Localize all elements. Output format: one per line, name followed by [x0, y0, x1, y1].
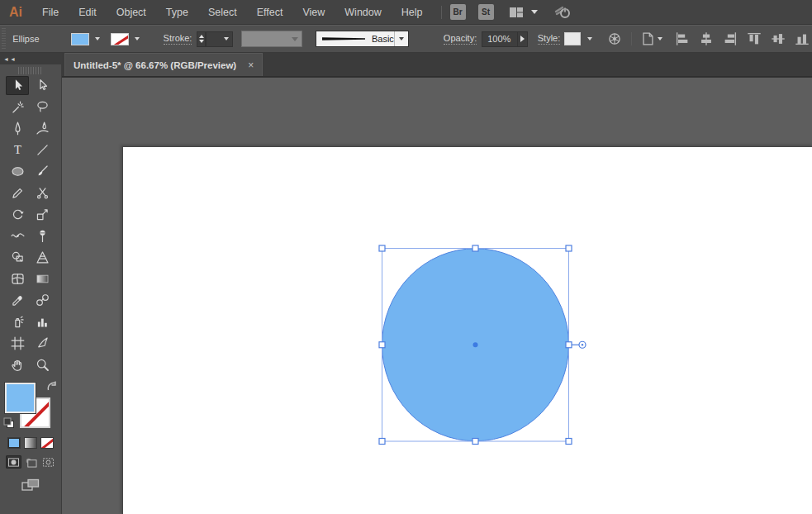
artboard[interactable] [122, 146, 812, 514]
draw-inside-button[interactable] [40, 455, 56, 469]
align-left-icon [674, 31, 691, 47]
document-setup-chevron-icon[interactable] [658, 37, 662, 40]
menu-item-type[interactable]: Type [156, 7, 198, 18]
line-segment-tool[interactable] [31, 140, 54, 159]
rotate-tool[interactable] [6, 205, 29, 224]
document-icon [639, 31, 656, 47]
stock-photos-button[interactable]: St [478, 4, 494, 20]
zoom-tool[interactable] [31, 355, 54, 374]
document-setup-button[interactable] [639, 31, 662, 47]
menu-item-file[interactable]: File [32, 7, 69, 18]
free-transform-tool[interactable] [31, 226, 54, 245]
symbol-sprayer-tool[interactable] [6, 312, 29, 331]
tools-grid: T [0, 76, 61, 374]
stroke-label[interactable]: Stroke: [164, 33, 192, 45]
tab-close-icon[interactable]: × [248, 59, 254, 71]
swap-fill-stroke-icon[interactable] [46, 381, 58, 393]
stroke-width-stepper[interactable] [197, 31, 205, 47]
menu-item-help[interactable]: Help [392, 7, 433, 18]
draw-normal-button[interactable] [6, 455, 21, 469]
document-tab[interactable]: Untitled-5* @ 66.67% (RGB/Preview) × [64, 53, 263, 76]
canvas[interactable] [62, 77, 812, 514]
gradient-mode-button[interactable] [24, 437, 37, 449]
opacity-expand-button[interactable] [518, 31, 527, 47]
menu-item-select[interactable]: Select [198, 7, 247, 18]
tools-panel-gripper[interactable] [18, 67, 43, 74]
draw-behind-button[interactable] [23, 455, 39, 469]
ellipse-tool[interactable] [6, 162, 29, 181]
curvature-tool[interactable] [31, 119, 54, 138]
mesh-tool[interactable] [6, 269, 29, 288]
menu-items: FileEditObjectTypeSelectEffectViewWindow… [32, 7, 433, 18]
column-graph-tool[interactable] [31, 312, 54, 331]
shape-builder-tool[interactable] [6, 248, 29, 267]
pencil-tool[interactable] [6, 183, 29, 202]
stroke-width-combo[interactable] [206, 31, 233, 47]
perspective-grid-tool[interactable] [31, 248, 54, 267]
change-screen-mode-button[interactable] [20, 477, 41, 493]
workspace-switcher-icon[interactable] [508, 5, 525, 20]
align-left-button[interactable] [672, 29, 692, 49]
hand-tool[interactable] [6, 355, 29, 374]
align-bottom-button[interactable] [792, 29, 812, 49]
cs-live-icon[interactable] [553, 4, 572, 21]
none-mode-button[interactable] [40, 437, 54, 449]
width-tool[interactable] [6, 226, 29, 245]
control-bar-gripper[interactable] [2, 28, 6, 50]
workspace-chevron-icon[interactable] [531, 10, 538, 14]
menu-item-view[interactable]: View [292, 7, 335, 18]
lasso-tool[interactable] [31, 98, 54, 117]
align-top-button[interactable] [744, 29, 764, 49]
type-tool[interactable]: T [6, 140, 29, 159]
collapse-panel-icon[interactable]: ◄◄ [3, 56, 17, 62]
tools-panel-header[interactable]: ◄◄ [0, 53, 61, 64]
artboard-tool[interactable] [6, 334, 29, 353]
eyedropper-tool[interactable] [6, 291, 29, 310]
opacity-input[interactable]: 100% [482, 31, 518, 47]
magic-wand-tool[interactable] [6, 98, 29, 117]
align-vertical-center-icon [770, 31, 786, 47]
brush-definition-value: Basic [372, 34, 394, 44]
opacity-label[interactable]: Opacity: [444, 33, 477, 45]
menu-bar: Ai FileEditObjectTypeSelectEffectViewWin… [0, 0, 812, 25]
stroke-color-swatch[interactable] [111, 33, 129, 45]
menu-item-window[interactable]: Window [335, 7, 391, 18]
stepper-down-icon[interactable] [199, 40, 204, 43]
selection-tool[interactable] [6, 76, 29, 95]
style-label[interactable]: Style: [538, 33, 561, 45]
scale-tool[interactable] [31, 205, 54, 224]
brush-definition-combo[interactable]: Basic [316, 31, 409, 47]
bridge-button[interactable]: Br [450, 4, 466, 20]
scissors-tool[interactable] [31, 183, 54, 202]
style-swatch[interactable] [564, 32, 581, 45]
workspace-grid-icon [508, 5, 525, 20]
color-mode-button[interactable] [7, 437, 21, 449]
menu-item-object[interactable]: Object [107, 7, 156, 18]
default-fill-stroke-icon[interactable] [3, 417, 15, 429]
slice-tool[interactable] [31, 334, 54, 353]
stepper-up-icon[interactable] [199, 35, 204, 38]
gradient-tool[interactable] [31, 269, 54, 288]
document-area: Untitled-5* @ 66.67% (RGB/Preview) × [62, 53, 812, 514]
align-right-button[interactable] [720, 29, 740, 49]
selection-type-label: Ellipse [12, 34, 39, 44]
recolor-artwork-button[interactable] [607, 31, 622, 46]
direct-selection-tool[interactable] [31, 76, 54, 95]
pen-tool[interactable] [6, 119, 29, 138]
fill-proxy-swatch[interactable] [5, 383, 36, 413]
brush-definition-chevron-icon[interactable] [394, 31, 408, 46]
blend-tool[interactable] [31, 291, 54, 310]
align-vertical-center-button[interactable] [768, 29, 788, 49]
menu-item-effect[interactable]: Effect [247, 7, 293, 18]
fill-color-chevron-icon[interactable] [92, 32, 104, 46]
menu-item-edit[interactable]: Edit [69, 7, 107, 18]
style-chevron-icon[interactable] [583, 32, 596, 46]
align-horizontal-center-icon [698, 31, 715, 47]
stroke-color-chevron-icon[interactable] [131, 32, 144, 46]
stroke-width-chevron-icon[interactable] [224, 37, 229, 40]
brush-stroke-preview-icon [322, 36, 365, 42]
fill-color-swatch[interactable] [71, 33, 89, 45]
align-horizontal-center-button[interactable] [696, 29, 716, 49]
document-tab-title: Untitled-5* @ 66.67% (RGB/Preview) [74, 60, 236, 70]
paintbrush-tool[interactable] [31, 162, 54, 181]
